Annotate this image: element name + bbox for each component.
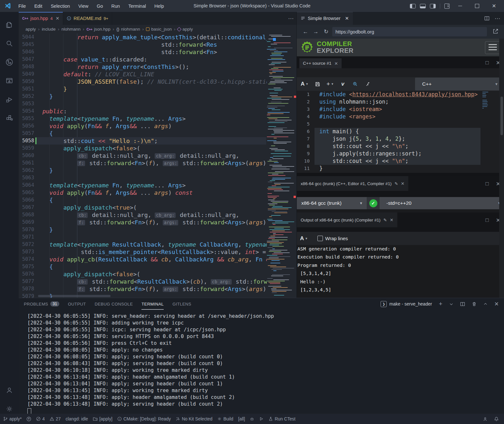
source-editor[interactable]: 1 #include <https://localhost:8443/apply…	[297, 91, 504, 173]
status-item-apply[interactable]: [apply]	[93, 417, 112, 421]
panel-tab-problems[interactable]: PROBLEMS31	[24, 298, 59, 310]
status-item-bug[interactable]	[250, 417, 254, 421]
close-panel-icon[interactable]: ✕	[494, 301, 499, 307]
editor-tab-README.md[interactable]: README.md 9+	[63, 12, 112, 25]
browser-scrollbar[interactable]	[499, 39, 504, 298]
breadcrumb-item[interactable]: include	[42, 27, 56, 32]
run-debug-icon[interactable]	[0, 91, 19, 108]
panel-tab-debug-console[interactable]: DEBUG CONSOLE	[95, 298, 133, 310]
terminal-select[interactable]: ❯ make - serve_header	[381, 301, 432, 307]
close-button[interactable]: ✕	[488, 0, 500, 12]
status-item-clangd-idle[interactable]: clangd: idle	[65, 417, 88, 421]
close-tab-icon[interactable]: ✕	[345, 16, 349, 21]
save-icon[interactable]	[315, 77, 320, 91]
wrap-lines-checkbox[interactable]	[317, 236, 323, 241]
close-tab-icon[interactable]: ✕	[390, 218, 393, 222]
breadcrumb-item[interactable]: {}nlohmann	[116, 27, 140, 32]
open-external-icon[interactable]	[492, 28, 500, 35]
menu-edit[interactable]: Edit	[30, 4, 46, 9]
maximize-pane-icon[interactable]: □	[485, 181, 489, 187]
status-item-build[interactable]: Build	[217, 417, 233, 421]
cppinsights-icon[interactable]	[365, 77, 371, 91]
status-item-publish[interactable]	[26, 417, 31, 421]
status-item-play[interactable]	[259, 417, 264, 421]
menu-run[interactable]: Run	[107, 4, 124, 9]
hamburger-menu-icon[interactable]	[485, 41, 500, 54]
compiler-select[interactable]: x86-64 gcc (trunk)	[301, 197, 342, 209]
forward-icon[interactable]: →	[311, 25, 321, 39]
editor-scrollbar[interactable]	[294, 33, 296, 298]
maximize-panel-icon[interactable]	[483, 302, 488, 306]
source-control-icon[interactable]	[0, 54, 19, 70]
maximize-pane-icon[interactable]: □	[485, 217, 489, 224]
account-icon[interactable]	[0, 382, 19, 398]
editor-more-actions-icon[interactable]: ⋯	[288, 12, 294, 25]
menu-terminal[interactable]: Terminal	[124, 4, 150, 9]
split-editor-icon[interactable]	[484, 16, 489, 21]
minimap[interactable]	[267, 33, 294, 298]
menu-go[interactable]: Go	[92, 4, 107, 9]
minimize-button[interactable]	[454, 0, 467, 12]
chevron-down-icon[interactable]	[449, 302, 453, 306]
reload-icon[interactable]: ↻	[321, 25, 331, 39]
menu-file[interactable]: File	[14, 4, 30, 9]
menu-view[interactable]: View	[74, 4, 92, 9]
close-tab-icon[interactable]: ✕	[401, 181, 404, 186]
vim-mode-icon[interactable]: v	[341, 77, 344, 91]
panel-tab-gitlens[interactable]: GITLENS	[172, 298, 191, 310]
explorer-icon[interactable]	[0, 17, 19, 33]
kill-terminal-icon[interactable]	[472, 302, 477, 306]
toggle-secondary-sidebar-icon[interactable]	[430, 4, 436, 8]
status-item-all[interactable]: [all]	[238, 417, 245, 421]
zoom-search-icon[interactable]	[352, 77, 358, 91]
compiler-explorer-logo-text[interactable]: COMPILER EXPLORER	[317, 41, 354, 54]
status-item-person[interactable]	[483, 417, 488, 421]
url-input[interactable]	[332, 27, 487, 36]
maximize-button[interactable]	[470, 0, 483, 12]
new-terminal-icon[interactable]: +	[439, 300, 442, 307]
customize-layout-icon[interactable]	[444, 4, 450, 9]
tab-simple-browser[interactable]: Simple Browser ✕	[297, 12, 353, 25]
more-actions-icon[interactable]: ⋯	[495, 15, 500, 22]
code-editor[interactable]: 5044 return apply_make_tuple<ConstThis>(…	[19, 33, 296, 298]
menu-selection[interactable]: Selection	[46, 4, 74, 9]
status-item-27[interactable]: 27	[50, 417, 61, 421]
status-item-bell[interactable]	[494, 417, 499, 421]
add-pane-icon[interactable]: +▼	[326, 77, 334, 91]
language-select[interactable]: C++ ▼	[415, 78, 502, 90]
close-tab-icon[interactable]: ✕	[334, 61, 338, 66]
tab-output[interactable]: Output of x86-64 gcc (trunk) (Compiler #…	[297, 212, 397, 227]
close-tab-icon[interactable]: ✕	[55, 16, 59, 21]
breadcrumb-item[interactable]: nlohmann	[62, 27, 81, 32]
extensions-icon[interactable]	[0, 110, 19, 126]
editor-tab-json.hpp[interactable]: C++ json.hpp 4 ✕	[19, 12, 63, 25]
breadcrumb-item[interactable]: apply	[178, 27, 193, 32]
status-item-apply[interactable]: apply*	[3, 417, 22, 421]
tab-cpp-source[interactable]: C++ source #1 ✕	[299, 58, 342, 68]
font-size-icon[interactable]: A▼	[301, 77, 308, 91]
live-preview-icon[interactable]	[0, 73, 19, 89]
search-icon[interactable]	[0, 35, 19, 52]
split-terminal-icon[interactable]	[460, 302, 465, 306]
breadcrumb-item[interactable]: apply	[25, 27, 36, 32]
breadcrumb[interactable]: apply›include›nlohmann›C++json.hpp›{}nlo…	[19, 25, 296, 33]
breadcrumb-item[interactable]: C++json.hpp	[86, 27, 110, 32]
status-item-cmake-debug-ready[interactable]: CMake: [Debug]: Ready	[117, 417, 171, 421]
status-item-4[interactable]: 4	[36, 417, 45, 421]
status-item-no-kit-selected[interactable]: No Kit Selected	[176, 417, 212, 421]
font-size-icon[interactable]: A▼	[300, 232, 308, 245]
back-icon[interactable]: ←	[301, 25, 310, 39]
rename-icon[interactable]: ✎	[383, 218, 387, 222]
tab-compiler[interactable]: x86-64 gcc (trunk) (C++, Editor #1, Comp…	[297, 176, 408, 191]
rename-icon[interactable]: ✎	[394, 181, 398, 186]
panel-tab-terminal[interactable]: TERMINAL	[141, 298, 164, 310]
horizontal-scrollbar[interactable]	[38, 295, 111, 297]
panel-tab-output[interactable]: OUTPUT	[68, 298, 86, 310]
toggle-panel-icon[interactable]	[420, 4, 426, 8]
status-item-run-ctest[interactable]: Run CTest	[268, 417, 295, 421]
toggle-sidebar-icon[interactable]	[410, 4, 416, 8]
terminal-output[interactable]: [2022-04-30 06:05:55] INFO: serve_header…	[27, 313, 501, 414]
maximize-pane-icon[interactable]: □	[485, 60, 489, 66]
compiler-options-input[interactable]: -std=c++20	[386, 197, 412, 209]
breadcrumb-item[interactable]: basic_json	[146, 27, 172, 32]
